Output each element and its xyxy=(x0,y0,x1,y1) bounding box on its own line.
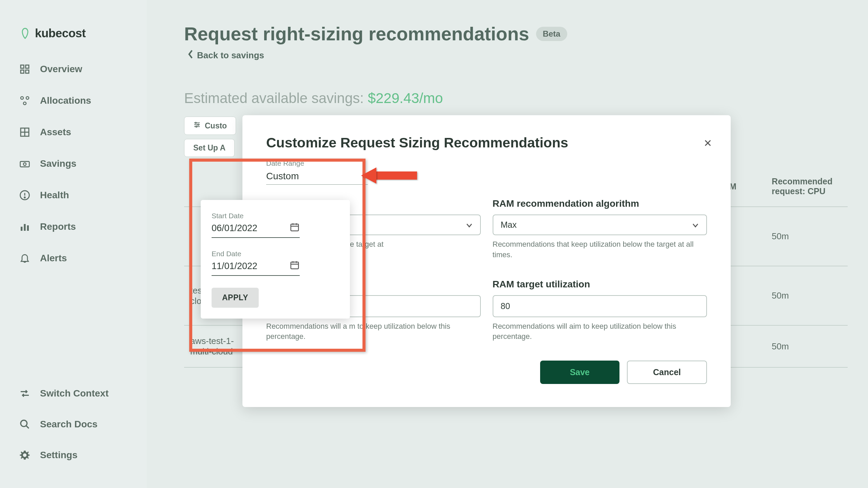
nav-settings[interactable]: Settings xyxy=(19,449,128,461)
svg-rect-0 xyxy=(21,65,24,68)
swap-icon xyxy=(19,387,31,399)
logo[interactable]: kubecost xyxy=(19,26,128,40)
date-range-input[interactable] xyxy=(266,169,368,185)
date-range-label: Date Range xyxy=(266,159,368,167)
customize-button[interactable]: Custo xyxy=(184,117,236,135)
svg-point-25 xyxy=(196,126,197,127)
save-button[interactable]: Save xyxy=(540,361,619,384)
svg-rect-1 xyxy=(25,65,28,68)
ram-algo-value: Max xyxy=(501,220,517,230)
svg-point-24 xyxy=(198,124,199,125)
svg-rect-2 xyxy=(21,70,24,73)
page-header: Request right-sizing recommendations Bet… xyxy=(184,23,848,61)
logo-icon xyxy=(19,27,32,40)
sidebar: kubecost Overview Allocations Assets Sav… xyxy=(0,0,147,488)
chevron-left-icon xyxy=(188,49,194,61)
nav-bottom: Switch Context Search Docs Settings xyxy=(19,387,128,474)
svg-line-19 xyxy=(26,426,29,428)
nav-switch-context[interactable]: Switch Context xyxy=(19,387,128,399)
nav-main: Overview Allocations Assets Savings Heal… xyxy=(19,63,128,387)
calendar-icon[interactable] xyxy=(290,222,300,235)
nav-label: Search Docs xyxy=(40,419,98,430)
nav-label: Alerts xyxy=(40,253,67,264)
nav-allocations[interactable]: Allocations xyxy=(19,95,128,106)
svg-point-4 xyxy=(21,97,23,99)
close-icon[interactable]: ✕ xyxy=(704,137,712,149)
back-label: Back to savings xyxy=(197,50,264,61)
nav-alerts[interactable]: Alerts xyxy=(19,252,128,264)
savings-prefix: Estimated available savings: xyxy=(184,90,368,106)
nav-label: Reports xyxy=(40,221,76,232)
apply-button[interactable]: APPLY xyxy=(212,288,259,308)
nav-overview[interactable]: Overview xyxy=(19,63,128,75)
ram-target-label: RAM target utilization xyxy=(493,279,707,290)
svg-rect-17 xyxy=(27,225,28,231)
nodes-icon xyxy=(19,95,31,106)
chevron-down-icon xyxy=(692,220,699,230)
logo-text: kubecost xyxy=(35,26,86,40)
end-date-label: End Date xyxy=(212,250,339,258)
svg-point-5 xyxy=(26,97,29,99)
page-title: Request right-sizing recommendations xyxy=(184,23,529,45)
th-rec-cpu[interactable]: Recommended request: CPU xyxy=(766,170,848,207)
cell-rec-cpu: 50m xyxy=(766,207,848,266)
ram-target-section: RAM target utilization Recommendations w… xyxy=(493,279,707,342)
svg-point-6 xyxy=(23,102,26,105)
date-range-popover: Start Date End Date APPLY xyxy=(201,200,350,319)
ram-algo-section: RAM recommendation algorithm Max Recomme… xyxy=(493,198,707,260)
setup-button[interactable]: Set Up A xyxy=(184,139,235,157)
cpu-target-help: Recommendations will a m to keep utiliza… xyxy=(266,321,481,342)
nav-label: Health xyxy=(40,190,69,201)
back-link[interactable]: Back to savings xyxy=(184,49,848,61)
svg-rect-3 xyxy=(25,70,28,73)
cell-rec-cpu: 50m xyxy=(766,266,848,325)
svg-point-23 xyxy=(195,122,197,124)
cell-rec-cpu: 50m xyxy=(766,325,848,367)
nav-reports[interactable]: Reports xyxy=(19,221,128,232)
nav-label: Savings xyxy=(40,158,76,169)
ram-algo-label: RAM recommendation algorithm xyxy=(493,198,707,209)
savings-summary: Estimated available savings: $229.43/mo xyxy=(184,90,848,106)
ram-algo-help: Recommendations that keep utilization be… xyxy=(493,239,707,260)
nav-assets[interactable]: Assets xyxy=(19,126,128,138)
bell-icon xyxy=(19,252,31,264)
gear-icon xyxy=(19,449,31,461)
svg-rect-16 xyxy=(24,224,25,231)
alert-icon xyxy=(19,189,31,201)
ram-target-input[interactable] xyxy=(493,295,707,317)
ram-algo-select[interactable]: Max xyxy=(493,215,707,235)
svg-point-11 xyxy=(23,163,26,165)
cancel-button[interactable]: Cancel xyxy=(627,361,707,384)
ram-target-help: Recommendations will aim to keep utiliza… xyxy=(493,321,707,342)
start-date-input[interactable] xyxy=(212,223,269,233)
search-icon xyxy=(19,418,31,430)
nav-label: Allocations xyxy=(40,95,91,106)
nav-label: Switch Context xyxy=(40,388,108,399)
end-date-input[interactable] xyxy=(212,261,269,271)
sliders-icon xyxy=(193,121,201,130)
calendar-icon[interactable] xyxy=(290,260,300,272)
grid-icon xyxy=(19,63,31,75)
svg-rect-15 xyxy=(21,227,22,231)
money-icon xyxy=(19,158,31,169)
chevron-down-icon xyxy=(466,220,473,230)
svg-point-14 xyxy=(24,197,25,198)
bar-chart-icon xyxy=(19,221,31,232)
svg-rect-26 xyxy=(291,224,299,231)
modal-actions: Save Cancel xyxy=(266,361,707,384)
start-date-field: Start Date xyxy=(212,212,339,238)
nav-health[interactable]: Health xyxy=(19,189,128,201)
start-date-label: Start Date xyxy=(212,212,339,220)
savings-amount: $229.43/mo xyxy=(368,90,443,106)
nav-label: Overview xyxy=(40,64,82,75)
nav-search-docs[interactable]: Search Docs xyxy=(19,418,128,430)
nav-label: Settings xyxy=(40,450,77,461)
beta-badge: Beta xyxy=(536,27,567,41)
svg-rect-10 xyxy=(20,161,29,167)
end-date-field: End Date xyxy=(212,250,339,276)
nav-savings[interactable]: Savings xyxy=(19,158,128,169)
modal-title: Customize Request Sizing Recommendations xyxy=(266,135,707,151)
svg-rect-30 xyxy=(291,262,299,269)
nav-label: Assets xyxy=(40,127,71,138)
date-range-field[interactable]: Date Range xyxy=(266,159,707,185)
